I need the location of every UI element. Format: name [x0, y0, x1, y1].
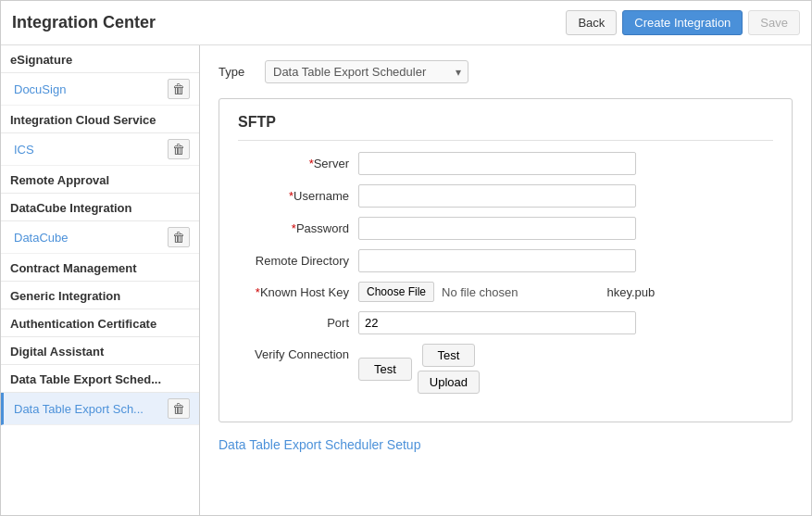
sidebar-category: Contract Management — [1, 254, 199, 282]
port-label: Port — [238, 316, 358, 330]
password-required-star: * — [292, 221, 296, 235]
server-row: *Server — [238, 152, 773, 175]
remote-directory-row: Remote Directory — [238, 249, 773, 272]
delete-icon[interactable]: 🗑 — [168, 227, 190, 247]
test-button[interactable]: Test — [358, 358, 412, 381]
remote-directory-label: Remote Directory — [238, 254, 358, 268]
password-row: *Password — [238, 217, 773, 240]
main-content: eSignatureDocuSign🗑Integration Cloud Ser… — [1, 45, 811, 515]
verify-buttons-row: Test Test Upload — [358, 344, 480, 394]
password-label: *Password — [238, 221, 358, 235]
test-upload-button[interactable]: Test — [422, 344, 476, 367]
username-input[interactable] — [358, 184, 636, 208]
server-required-star: * — [309, 157, 314, 170]
delete-icon[interactable]: 🗑 — [168, 79, 190, 99]
username-row: *Username — [238, 184, 773, 208]
verify-label: Verify Connection — [238, 344, 358, 361]
setup-link[interactable]: Data Table Export Scheduler Setup — [219, 437, 420, 452]
sidebar-item[interactable]: DocuSign🗑 — [1, 73, 199, 106]
sidebar-category: DataCube Integration — [1, 194, 199, 221]
sidebar-category: Remote Approval — [1, 166, 199, 194]
app-title: Integration Center — [12, 13, 156, 32]
known-host-key-row: *Known Host Key Choose File No file chos… — [238, 282, 773, 302]
port-row: Port — [238, 311, 773, 334]
sidebar-item[interactable]: Data Table Export Sch...🗑 — [1, 393, 199, 425]
delete-icon[interactable]: 🗑 — [168, 398, 190, 419]
port-input[interactable] — [358, 311, 636, 334]
sftp-box: SFTP *Server *Username *Password — [219, 98, 793, 422]
test-upload-col: Test Upload — [418, 344, 480, 394]
sidebar-item-label: ICS — [14, 143, 34, 157]
known-host-required-star: * — [256, 285, 260, 299]
save-button[interactable]: Save — [748, 10, 800, 35]
username-required-star: * — [289, 189, 294, 203]
back-button[interactable]: Back — [566, 10, 617, 35]
sidebar-category: Integration Cloud Service — [1, 106, 199, 133]
right-content: Type Data Table Export Scheduler SFTP *S… — [200, 45, 811, 515]
remote-directory-input[interactable] — [358, 249, 636, 272]
no-file-text: No file chosen — [442, 285, 518, 299]
delete-icon[interactable]: 🗑 — [168, 139, 190, 159]
type-label: Type — [219, 65, 256, 79]
top-bar-actions: Back Create Integration Save — [566, 10, 800, 35]
type-row: Type Data Table Export Scheduler — [219, 60, 793, 83]
sidebar-category: eSignature — [1, 45, 199, 73]
sidebar-item-label: DataCube — [14, 231, 69, 245]
sidebar-category: Data Table Export Sched... — [1, 365, 199, 393]
choose-file-button[interactable]: Choose File — [358, 282, 434, 302]
type-select-wrapper: Data Table Export Scheduler — [265, 60, 468, 83]
known-host-key-label: *Known Host Key — [238, 285, 358, 299]
create-integration-button[interactable]: Create Integration — [622, 10, 743, 35]
sidebar-item[interactable]: ICS🗑 — [1, 133, 199, 166]
upload-button[interactable]: Upload — [418, 371, 480, 394]
sidebar-item-label: Data Table Export Sch... — [14, 402, 144, 416]
verify-connection-row: Verify Connection Test Test Upload — [238, 344, 773, 394]
password-input[interactable] — [358, 217, 636, 240]
sidebar-category: Digital Assistant — [1, 337, 199, 365]
type-select[interactable]: Data Table Export Scheduler — [265, 60, 468, 83]
sidebar-category: Authentication Certificate — [1, 309, 199, 337]
username-label: *Username — [238, 189, 358, 203]
server-label: *Server — [238, 157, 358, 170]
sidebar-item[interactable]: DataCube🗑 — [1, 221, 199, 254]
top-bar: Integration Center Back Create Integrati… — [1, 1, 811, 45]
verify-buttons: Test Test Upload — [358, 344, 480, 394]
sidebar: eSignatureDocuSign🗑Integration Cloud Ser… — [1, 45, 200, 515]
file-input-row: Choose File No file chosen hkey.pub — [358, 282, 655, 302]
sftp-title: SFTP — [238, 114, 773, 141]
server-input[interactable] — [358, 152, 636, 175]
hkey-text: hkey.pub — [606, 285, 655, 299]
sidebar-category: Generic Integration — [1, 282, 199, 309]
sidebar-item-label: DocuSign — [14, 82, 66, 96]
